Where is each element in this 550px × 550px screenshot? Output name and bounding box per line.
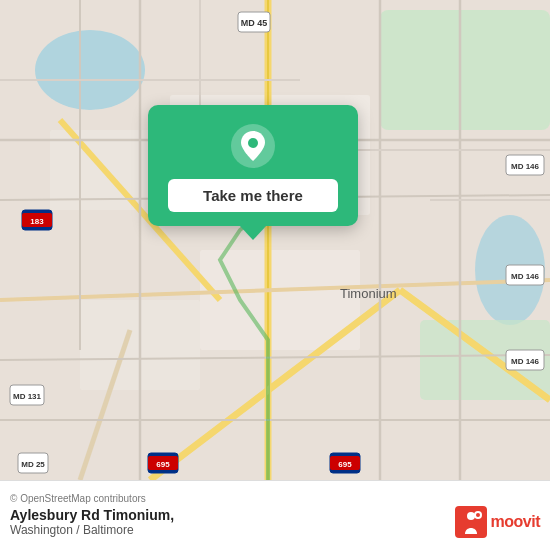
take-me-there-button[interactable]: Take me there [168,179,338,212]
location-title: Aylesbury Rd Timonium, [10,507,174,523]
svg-point-51 [248,138,258,148]
svg-text:Timonium: Timonium [340,286,397,301]
svg-text:MD 131: MD 131 [13,392,42,401]
osm-attribution: © OpenStreetMap contributors [10,493,540,504]
svg-rect-2 [380,10,550,130]
svg-point-55 [476,513,480,517]
svg-text:MD 146: MD 146 [511,162,540,171]
svg-text:MD 146: MD 146 [511,357,540,366]
app: MD 45 183 MD 131 MD 25 695 695 MD 146 [0,0,550,550]
svg-text:MD 25: MD 25 [21,460,45,469]
bottom-info-row: Aylesbury Rd Timonium, Washington / Balt… [10,506,540,538]
moovit-logo: moovit [455,506,540,538]
location-subtitle: Washington / Baltimore [10,523,174,537]
svg-point-1 [35,30,145,110]
svg-text:695: 695 [338,460,352,469]
moovit-brand-icon [455,506,487,538]
bottom-bar: © OpenStreetMap contributors Aylesbury R… [0,480,550,550]
svg-text:695: 695 [156,460,170,469]
svg-text:MD 45: MD 45 [241,18,268,28]
svg-text:183: 183 [30,217,44,226]
moovit-brand-name: moovit [491,513,540,531]
svg-point-53 [467,512,475,520]
location-info: Aylesbury Rd Timonium, Washington / Balt… [10,507,174,537]
map-container: MD 45 183 MD 131 MD 25 695 695 MD 146 [0,0,550,480]
location-pin-icon [230,123,276,169]
svg-text:MD 146: MD 146 [511,272,540,281]
popup-card: Take me there [148,105,358,226]
